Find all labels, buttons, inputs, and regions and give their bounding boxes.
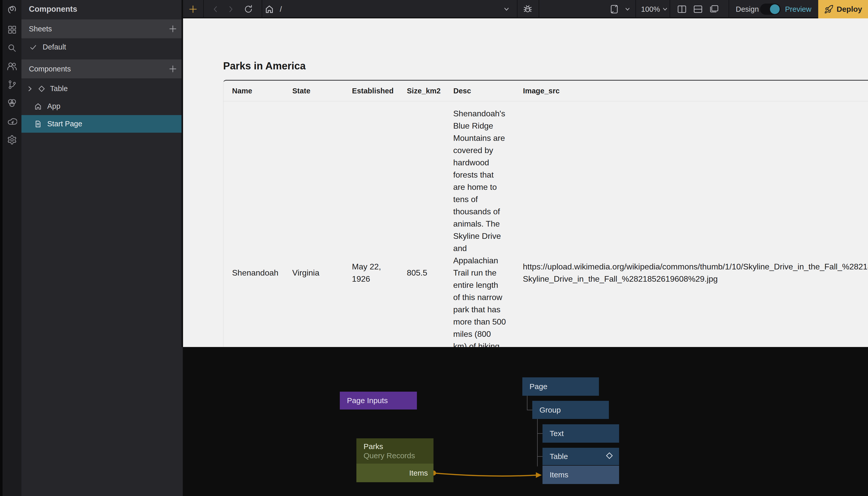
page-heading[interactable]: Parks in America xyxy=(223,60,868,72)
edge-arrowhead xyxy=(536,472,542,478)
cell-name: Shenandoah xyxy=(223,261,284,285)
toggle-knob xyxy=(770,4,780,14)
design-label: Design xyxy=(736,0,759,18)
node-parks-query[interactable]: Parks Query Records xyxy=(356,438,433,464)
component-item-label: Start Page xyxy=(47,120,82,128)
node-page[interactable]: Page xyxy=(522,377,599,396)
component-item-label: App xyxy=(47,102,61,110)
icon-rail xyxy=(0,0,21,496)
add-sheet-icon[interactable] xyxy=(168,25,177,33)
breadcrumb-home-button[interactable] xyxy=(264,4,275,14)
cell-established: May 22, 1926 xyxy=(344,254,398,291)
split-columns-button[interactable] xyxy=(676,4,688,15)
users-icon[interactable] xyxy=(7,61,17,72)
preview-label: Preview xyxy=(785,0,811,18)
component-item-start-page[interactable]: Start Page xyxy=(21,115,183,133)
add-button[interactable] xyxy=(187,4,199,14)
graph-edges xyxy=(183,347,868,496)
node-table[interactable]: Table xyxy=(543,448,619,465)
check-icon xyxy=(29,43,37,51)
components-panel: Components Sheets Default Components Tab… xyxy=(21,0,183,496)
deploy-label: Deploy xyxy=(837,5,862,14)
settings-gear-icon[interactable] xyxy=(7,135,17,145)
split-rows-button[interactable] xyxy=(692,4,704,15)
component-item-table[interactable]: Table xyxy=(21,80,183,97)
breadcrumb-path[interactable]: / xyxy=(280,0,282,18)
nav-forward-button[interactable] xyxy=(227,5,235,13)
design-canvas[interactable]: Parks in America Name State Established … xyxy=(183,18,868,347)
collections-icon[interactable] xyxy=(7,98,17,108)
column-header-image-src[interactable]: Image_src xyxy=(514,81,868,101)
page-file-icon xyxy=(34,120,42,128)
parks-table[interactable]: Name State Established Size_km2 Desc Ima… xyxy=(223,80,868,347)
table-component-icon xyxy=(605,452,613,462)
component-item-app[interactable]: App xyxy=(21,97,183,115)
components-section-label: Components xyxy=(29,65,71,73)
node-table-items-port[interactable]: Items xyxy=(543,466,619,484)
component-item-label: Table xyxy=(50,84,68,93)
cell-size-km2: 805.5 xyxy=(398,261,444,285)
app-logo-icon[interactable] xyxy=(7,4,17,14)
viewport-dropdown-icon[interactable] xyxy=(624,6,631,12)
nav-back-button[interactable] xyxy=(211,5,219,13)
windows-button[interactable] xyxy=(708,4,720,15)
sheets-section-label: Sheets xyxy=(29,25,52,33)
column-header-state[interactable]: State xyxy=(284,81,344,101)
deploy-button[interactable]: Deploy xyxy=(818,0,868,18)
cloud-function-icon[interactable] xyxy=(7,117,17,126)
sheets-section-header: Sheets xyxy=(21,19,183,38)
refresh-button[interactable] xyxy=(243,4,254,14)
components-section-header: Components xyxy=(21,60,183,78)
table-row[interactable]: Shenandoah Virginia May 22, 1926 805.5 S… xyxy=(223,101,868,347)
table-component-icon xyxy=(38,85,45,93)
node-parks-items-port[interactable]: Items xyxy=(356,464,433,482)
design-preview-toggle[interactable] xyxy=(760,3,781,15)
search-icon[interactable] xyxy=(7,43,17,53)
query-title: Parks xyxy=(356,442,433,451)
toolbar: / 100% Design Preview xyxy=(183,0,868,18)
column-header-established[interactable]: Established xyxy=(344,81,398,101)
zoom-level[interactable]: 100% xyxy=(641,0,660,18)
rocket-icon xyxy=(824,4,834,14)
add-component-icon[interactable] xyxy=(168,64,177,73)
app-window: Components Sheets Default Components Tab… xyxy=(0,0,868,496)
home-icon xyxy=(34,103,42,110)
node-group[interactable]: Group xyxy=(532,401,609,419)
table-header-row: Name State Established Size_km2 Desc Ima… xyxy=(223,81,868,101)
cell-state: Virginia xyxy=(284,261,344,285)
viewport-size-button[interactable] xyxy=(609,4,620,15)
column-header-desc[interactable]: Desc xyxy=(445,81,514,101)
panel-title: Components xyxy=(21,0,183,18)
sheet-item-default[interactable]: Default xyxy=(21,38,183,56)
panel-canvas-divider xyxy=(182,0,183,347)
debug-bug-button[interactable] xyxy=(522,3,534,15)
chevron-right-icon[interactable] xyxy=(27,86,33,92)
grid-icon[interactable] xyxy=(7,25,17,35)
sheet-item-label: Default xyxy=(43,43,66,51)
cell-desc: Shenandoah's Blue Ridge Mountains are co… xyxy=(444,101,514,347)
query-subtitle: Query Records xyxy=(356,451,433,460)
node-page-inputs[interactable]: Page Inputs xyxy=(340,392,417,409)
data-edge xyxy=(433,473,537,476)
data-flow-panel: Page Inputs Page Group Text Table Items … xyxy=(183,347,868,496)
node-text[interactable]: Text xyxy=(543,424,619,443)
path-dropdown-icon[interactable] xyxy=(502,5,511,13)
cell-image-src: https://upload.wikimedia.org/wikipedia/c… xyxy=(514,254,868,291)
column-header-name[interactable]: Name xyxy=(223,81,284,101)
version-branch-icon[interactable] xyxy=(7,80,17,90)
column-header-size-km2[interactable]: Size_km2 xyxy=(398,81,445,101)
zoom-dropdown-icon[interactable] xyxy=(661,6,669,12)
